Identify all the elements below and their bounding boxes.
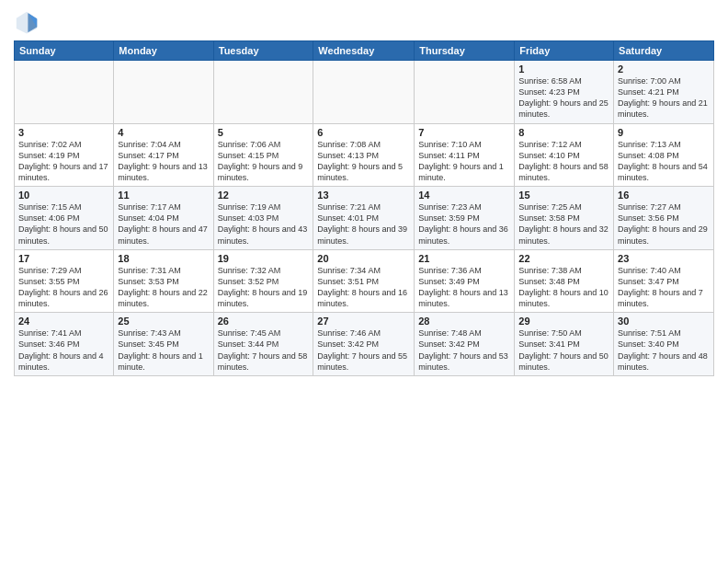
day-info: Sunrise: 7:15 AM Sunset: 4:06 PM Dayligh… bbox=[18, 201, 109, 247]
calendar-cell bbox=[114, 61, 213, 124]
calendar-cell: 8Sunrise: 7:12 AM Sunset: 4:10 PM Daylig… bbox=[515, 123, 614, 187]
day-info: Sunrise: 7:00 AM Sunset: 4:21 PM Dayligh… bbox=[618, 75, 710, 121]
day-number: 25 bbox=[118, 316, 209, 327]
day-number: 19 bbox=[218, 253, 310, 264]
calendar-cell: 20Sunrise: 7:34 AM Sunset: 3:51 PM Dayli… bbox=[313, 249, 415, 313]
day-info: Sunrise: 7:19 AM Sunset: 4:03 PM Dayligh… bbox=[218, 201, 310, 247]
calendar-cell: 29Sunrise: 7:50 AM Sunset: 3:41 PM Dayli… bbox=[515, 313, 614, 376]
calendar-cell: 22Sunrise: 7:38 AM Sunset: 3:48 PM Dayli… bbox=[515, 249, 614, 313]
day-number: 13 bbox=[317, 190, 410, 201]
calendar-cell: 7Sunrise: 7:10 AM Sunset: 4:11 PM Daylig… bbox=[415, 123, 515, 187]
logo bbox=[14, 9, 43, 35]
day-number: 9 bbox=[618, 127, 710, 138]
day-info: Sunrise: 7:02 AM Sunset: 4:19 PM Dayligh… bbox=[18, 139, 109, 184]
calendar-cell: 2Sunrise: 7:00 AM Sunset: 4:21 PM Daylig… bbox=[614, 61, 714, 124]
day-info: Sunrise: 7:40 AM Sunset: 3:47 PM Dayligh… bbox=[618, 265, 710, 310]
day-number: 21 bbox=[418, 253, 510, 264]
calendar-cell: 10Sunrise: 7:15 AM Sunset: 4:06 PM Dayli… bbox=[15, 187, 114, 250]
calendar-cell: 13Sunrise: 7:21 AM Sunset: 4:01 PM Dayli… bbox=[313, 187, 415, 250]
day-info: Sunrise: 7:36 AM Sunset: 3:49 PM Dayligh… bbox=[418, 265, 510, 310]
calendar-cell bbox=[213, 61, 313, 124]
calendar-cell: 25Sunrise: 7:43 AM Sunset: 3:45 PM Dayli… bbox=[114, 313, 213, 376]
calendar-cell: 28Sunrise: 7:48 AM Sunset: 3:42 PM Dayli… bbox=[415, 313, 515, 376]
calendar-cell: 6Sunrise: 7:08 AM Sunset: 4:13 PM Daylig… bbox=[313, 123, 415, 187]
calendar-cell: 24Sunrise: 7:41 AM Sunset: 3:46 PM Dayli… bbox=[15, 313, 114, 376]
calendar-cell: 1Sunrise: 6:58 AM Sunset: 4:23 PM Daylig… bbox=[515, 61, 614, 124]
calendar-cell bbox=[415, 61, 515, 124]
calendar-header: SundayMondayTuesdayWednesdayThursdayFrid… bbox=[15, 41, 714, 61]
day-info: Sunrise: 7:10 AM Sunset: 4:11 PM Dayligh… bbox=[418, 139, 510, 184]
calendar-cell: 26Sunrise: 7:45 AM Sunset: 3:44 PM Dayli… bbox=[213, 313, 313, 376]
calendar-week-0: 1Sunrise: 6:58 AM Sunset: 4:23 PM Daylig… bbox=[15, 61, 714, 124]
day-number: 22 bbox=[518, 253, 609, 264]
day-info: Sunrise: 7:29 AM Sunset: 3:55 PM Dayligh… bbox=[18, 265, 109, 310]
day-info: Sunrise: 7:45 AM Sunset: 3:44 PM Dayligh… bbox=[218, 327, 310, 373]
day-number: 27 bbox=[317, 316, 410, 327]
calendar-week-4: 24Sunrise: 7:41 AM Sunset: 3:46 PM Dayli… bbox=[15, 313, 714, 376]
day-number: 29 bbox=[518, 316, 609, 327]
day-info: Sunrise: 7:23 AM Sunset: 3:59 PM Dayligh… bbox=[418, 201, 510, 247]
day-number: 3 bbox=[18, 127, 109, 138]
day-number: 6 bbox=[317, 127, 410, 138]
weekday-sunday: Sunday bbox=[15, 41, 114, 61]
day-info: Sunrise: 7:38 AM Sunset: 3:48 PM Dayligh… bbox=[518, 265, 609, 310]
day-info: Sunrise: 7:21 AM Sunset: 4:01 PM Dayligh… bbox=[317, 201, 410, 247]
header bbox=[14, 9, 714, 35]
day-number: 10 bbox=[18, 190, 109, 201]
day-number: 24 bbox=[18, 316, 109, 327]
calendar-cell: 18Sunrise: 7:31 AM Sunset: 3:53 PM Dayli… bbox=[114, 249, 213, 313]
day-info: Sunrise: 7:41 AM Sunset: 3:46 PM Dayligh… bbox=[18, 327, 109, 373]
logo-icon bbox=[14, 9, 40, 35]
day-number: 5 bbox=[218, 127, 310, 138]
calendar-week-1: 3Sunrise: 7:02 AM Sunset: 4:19 PM Daylig… bbox=[15, 123, 714, 187]
day-number: 30 bbox=[618, 316, 710, 327]
calendar-cell: 19Sunrise: 7:32 AM Sunset: 3:52 PM Dayli… bbox=[213, 249, 313, 313]
day-info: Sunrise: 7:34 AM Sunset: 3:51 PM Dayligh… bbox=[317, 265, 410, 310]
day-info: Sunrise: 7:12 AM Sunset: 4:10 PM Dayligh… bbox=[518, 139, 609, 184]
day-info: Sunrise: 7:46 AM Sunset: 3:42 PM Dayligh… bbox=[317, 327, 410, 373]
day-number: 4 bbox=[118, 127, 209, 138]
calendar-cell: 17Sunrise: 7:29 AM Sunset: 3:55 PM Dayli… bbox=[15, 249, 114, 313]
calendar-cell: 5Sunrise: 7:06 AM Sunset: 4:15 PM Daylig… bbox=[213, 123, 313, 187]
calendar-cell: 12Sunrise: 7:19 AM Sunset: 4:03 PM Dayli… bbox=[213, 187, 313, 250]
weekday-friday: Friday bbox=[515, 41, 614, 61]
day-info: Sunrise: 7:27 AM Sunset: 3:56 PM Dayligh… bbox=[618, 201, 710, 247]
calendar: SundayMondayTuesdayWednesdayThursdayFrid… bbox=[14, 40, 714, 376]
day-info: Sunrise: 7:31 AM Sunset: 3:53 PM Dayligh… bbox=[118, 265, 209, 310]
day-info: Sunrise: 7:25 AM Sunset: 3:58 PM Dayligh… bbox=[518, 201, 609, 247]
day-number: 14 bbox=[418, 190, 510, 201]
calendar-cell: 21Sunrise: 7:36 AM Sunset: 3:49 PM Dayli… bbox=[415, 249, 515, 313]
day-info: Sunrise: 6:58 AM Sunset: 4:23 PM Dayligh… bbox=[518, 75, 609, 121]
day-info: Sunrise: 7:32 AM Sunset: 3:52 PM Dayligh… bbox=[218, 265, 310, 310]
day-info: Sunrise: 7:48 AM Sunset: 3:42 PM Dayligh… bbox=[418, 327, 510, 373]
calendar-cell: 16Sunrise: 7:27 AM Sunset: 3:56 PM Dayli… bbox=[614, 187, 714, 250]
weekday-saturday: Saturday bbox=[614, 41, 714, 61]
calendar-cell bbox=[313, 61, 415, 124]
day-info: Sunrise: 7:43 AM Sunset: 3:45 PM Dayligh… bbox=[118, 327, 209, 373]
day-info: Sunrise: 7:13 AM Sunset: 4:08 PM Dayligh… bbox=[618, 139, 710, 184]
day-number: 23 bbox=[618, 253, 710, 264]
calendar-cell: 11Sunrise: 7:17 AM Sunset: 4:04 PM Dayli… bbox=[114, 187, 213, 250]
calendar-cell: 27Sunrise: 7:46 AM Sunset: 3:42 PM Dayli… bbox=[313, 313, 415, 376]
calendar-cell: 9Sunrise: 7:13 AM Sunset: 4:08 PM Daylig… bbox=[614, 123, 714, 187]
day-number: 8 bbox=[518, 127, 609, 138]
day-number: 16 bbox=[618, 190, 710, 201]
weekday-tuesday: Tuesday bbox=[213, 41, 313, 61]
calendar-cell: 23Sunrise: 7:40 AM Sunset: 3:47 PM Dayli… bbox=[614, 249, 714, 313]
page: SundayMondayTuesdayWednesdayThursdayFrid… bbox=[0, 0, 728, 563]
weekday-wednesday: Wednesday bbox=[313, 41, 415, 61]
day-number: 26 bbox=[218, 316, 310, 327]
day-number: 17 bbox=[18, 253, 109, 264]
day-info: Sunrise: 7:50 AM Sunset: 3:41 PM Dayligh… bbox=[518, 327, 609, 373]
calendar-body: 1Sunrise: 6:58 AM Sunset: 4:23 PM Daylig… bbox=[15, 61, 714, 376]
day-number: 18 bbox=[118, 253, 209, 264]
day-number: 28 bbox=[418, 316, 510, 327]
day-info: Sunrise: 7:04 AM Sunset: 4:17 PM Dayligh… bbox=[118, 139, 209, 184]
weekday-row: SundayMondayTuesdayWednesdayThursdayFrid… bbox=[15, 41, 714, 61]
day-info: Sunrise: 7:51 AM Sunset: 3:40 PM Dayligh… bbox=[618, 327, 710, 373]
day-info: Sunrise: 7:06 AM Sunset: 4:15 PM Dayligh… bbox=[218, 139, 310, 184]
calendar-cell: 3Sunrise: 7:02 AM Sunset: 4:19 PM Daylig… bbox=[15, 123, 114, 187]
day-number: 15 bbox=[518, 190, 609, 201]
weekday-thursday: Thursday bbox=[415, 41, 515, 61]
calendar-cell bbox=[15, 61, 114, 124]
